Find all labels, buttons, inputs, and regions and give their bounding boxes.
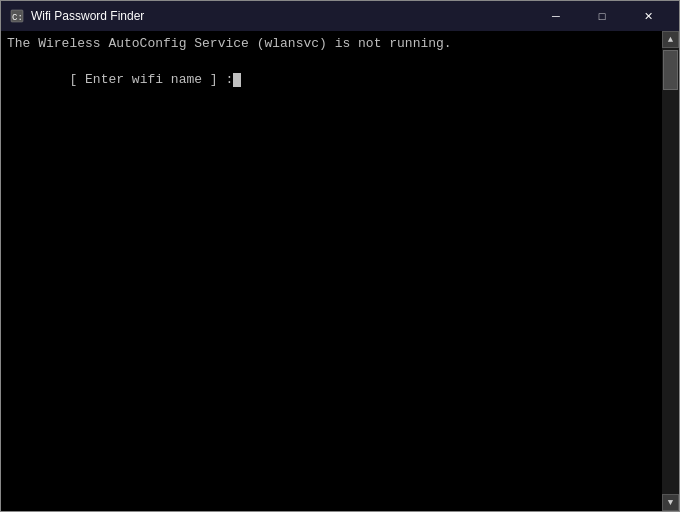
- app-icon: C:: [9, 8, 25, 24]
- minimize-button[interactable]: ─: [533, 1, 579, 31]
- close-button[interactable]: ✕: [625, 1, 671, 31]
- app-window: C: Wifi Password Finder ─ □ ✕ The Wirele…: [0, 0, 680, 512]
- console-output: The Wireless AutoConfig Service (wlansvc…: [7, 35, 673, 108]
- scrollbar-thumb[interactable]: [663, 50, 678, 90]
- svg-text:C:: C:: [12, 13, 23, 23]
- maximize-button[interactable]: □: [579, 1, 625, 31]
- scroll-down-button[interactable]: ▼: [662, 494, 679, 511]
- scrollbar-track[interactable]: [662, 48, 679, 494]
- console-line-2: [ Enter wifi name ] :: [7, 53, 655, 108]
- scrollbar[interactable]: ▲ ▼: [662, 31, 679, 511]
- console-area[interactable]: The Wireless AutoConfig Service (wlansvc…: [1, 31, 679, 511]
- scroll-up-button[interactable]: ▲: [662, 31, 679, 48]
- title-bar: C: Wifi Password Finder ─ □ ✕: [1, 1, 679, 31]
- window-title: Wifi Password Finder: [31, 9, 533, 23]
- console-line-1: The Wireless AutoConfig Service (wlansvc…: [7, 35, 655, 53]
- cursor: [233, 73, 241, 87]
- window-controls: ─ □ ✕: [533, 1, 671, 31]
